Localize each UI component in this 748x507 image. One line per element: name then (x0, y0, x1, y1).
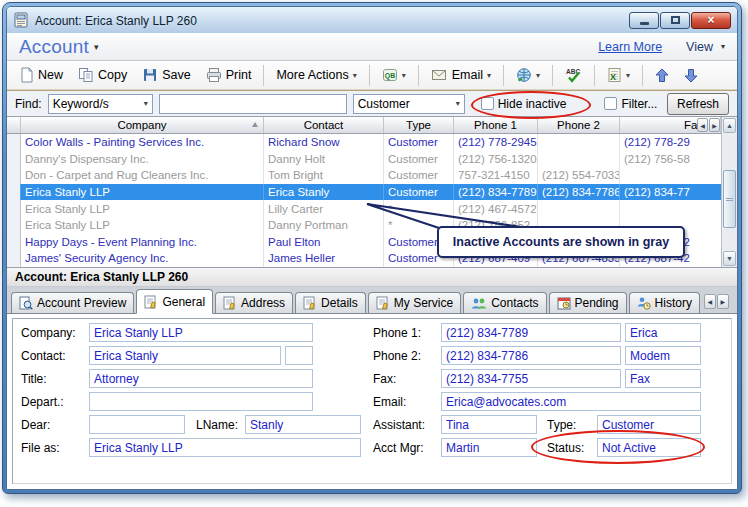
depart-field[interactable] (89, 392, 313, 411)
more-actions-button[interactable]: More Actions ▾ (269, 63, 363, 87)
email-field[interactable] (441, 392, 701, 411)
dear-field[interactable] (89, 415, 185, 434)
new-button[interactable]: New (13, 63, 70, 87)
tab-address[interactable]: Address (215, 292, 293, 313)
hide-inactive-checkbox-group[interactable]: Hide inactive (481, 97, 567, 111)
edit-page-icon (144, 295, 158, 309)
scroll-columns-left-button[interactable]: ◀ (697, 118, 708, 132)
find-field-combo[interactable]: Keyword/s ▾ (48, 94, 153, 114)
title-field[interactable] (89, 369, 313, 388)
save-button[interactable]: Save (135, 63, 198, 87)
scroll-down-button[interactable]: ▼ (723, 251, 736, 266)
phone2-field[interactable] (441, 346, 621, 365)
hide-inactive-checkbox[interactable] (481, 97, 494, 110)
status-field[interactable] (597, 438, 701, 457)
contact-extra-field[interactable] (285, 346, 313, 365)
tab-my-service[interactable]: My Service (368, 292, 461, 313)
inactive-callout-text: Inactive Accounts are shown in gray (453, 235, 669, 249)
find-field-value: Keyword/s (53, 97, 109, 111)
app-icon (13, 12, 29, 28)
assistant-field[interactable] (441, 415, 537, 434)
lname-field[interactable] (245, 415, 361, 434)
tab-history[interactable]: History (629, 292, 700, 313)
column-header-contact[interactable]: Contact (264, 117, 384, 133)
acct-mgr-field[interactable] (441, 438, 537, 457)
filter-checkbox[interactable] (604, 97, 617, 110)
table-row[interactable]: Erica Stanly LLP Lilly Carter * (212) 46… (7, 200, 737, 217)
search-input[interactable] (159, 94, 347, 114)
tab-account-preview[interactable]: Account Preview (11, 292, 134, 313)
status-label: Status: (547, 441, 584, 455)
learn-more-link[interactable]: Learn More (598, 40, 662, 54)
tab-strip: Account Preview General Address Details … (7, 287, 737, 314)
print-button[interactable]: Print (199, 63, 259, 87)
chevron-down-icon[interactable]: ▾ (94, 42, 99, 52)
contact-field[interactable] (89, 346, 281, 365)
tab-general[interactable]: General (136, 289, 213, 314)
view-menu-label: View (686, 40, 713, 54)
scroll-columns-right-button[interactable]: ▶ (709, 118, 720, 132)
phone1-field[interactable] (441, 323, 621, 342)
window-frame: Account: Erica Stanly LLP 260 × Account … (2, 2, 742, 494)
column-scroll-buttons: ◀ ▶ (697, 118, 720, 132)
scroll-tabs-right-button[interactable]: ▶ (717, 294, 729, 309)
phone2-tag-field[interactable] (625, 346, 701, 365)
scrollbar-thumb[interactable] (723, 170, 736, 228)
close-button[interactable]: × (691, 12, 731, 29)
column-header-type[interactable]: Type (384, 117, 454, 133)
copy-button-label: Copy (98, 68, 127, 82)
dear-label: Dear: (21, 418, 50, 432)
table-row-selected[interactable]: Erica Stanly LLP Erica Stanly Customer (… (7, 184, 737, 201)
company-field[interactable] (89, 323, 313, 342)
type-field[interactable] (597, 415, 701, 434)
column-header-phone1[interactable]: Phone 1 (454, 117, 538, 133)
form-area: Company: Contact: Title: Depart.: Dear: … (12, 318, 732, 484)
tab-pending[interactable]: Pending (549, 292, 627, 313)
tab-label: Address (241, 296, 285, 310)
general-tab-panel: Company: Contact: Title: Depart.: Dear: … (7, 314, 737, 489)
phone2-label: Phone 2: (373, 349, 421, 363)
quickbooks-button[interactable]: QB ▾ (375, 63, 413, 87)
copy-button[interactable]: Copy (71, 63, 134, 87)
column-header-company[interactable]: Company (21, 117, 264, 133)
move-up-button[interactable] (648, 63, 676, 87)
phone1-tag-field[interactable] (625, 323, 701, 342)
move-down-button[interactable] (677, 63, 705, 87)
spellcheck-button[interactable]: ABC (558, 63, 589, 87)
table-row[interactable]: Danny's Dispensary Inc. Danny Holt Custo… (7, 151, 737, 168)
view-menu[interactable]: View ▾ (686, 40, 725, 54)
maximize-button[interactable] (660, 12, 690, 29)
title-label: Title: (21, 372, 47, 386)
scrollbar-track[interactable] (722, 134, 737, 250)
quickbooks-icon: QB (382, 67, 398, 83)
web-button[interactable]: ▾ (509, 63, 547, 87)
scroll-tabs-left-button[interactable]: ◀ (704, 294, 716, 309)
file-as-field[interactable] (89, 438, 361, 457)
filter-checkbox-group[interactable]: Filter... (604, 97, 657, 111)
title-bar[interactable]: Account: Erica Stanly LLP 260 × (7, 7, 737, 33)
scroll-up-button[interactable]: ▲ (723, 118, 736, 133)
detail-header: Account: Erica Stanly LLP 260 (7, 267, 737, 287)
vertical-scrollbar[interactable]: ▲ ▼ (721, 117, 737, 267)
email-button[interactable]: Email ▾ (424, 63, 498, 87)
company-label: Company: (21, 326, 76, 340)
page-title[interactable]: Account (19, 36, 89, 58)
tab-contacts[interactable]: Contacts (463, 292, 546, 313)
arrow-down-icon (684, 68, 698, 83)
export-excel-button[interactable]: X ▾ (600, 63, 637, 87)
tab-details[interactable]: Details (295, 292, 366, 313)
find-label: Find: (15, 97, 42, 111)
table-row[interactable]: Color Walls - Painting Services Inc. Ric… (7, 134, 737, 151)
type-filter-combo[interactable]: Customer ▾ (353, 94, 465, 114)
more-actions-label: More Actions (276, 68, 348, 82)
excel-icon: X (607, 67, 622, 83)
fax-field[interactable] (441, 369, 621, 388)
tab-label: General (162, 295, 205, 309)
fax-tag-field[interactable] (625, 369, 701, 388)
refresh-button[interactable]: Refresh (667, 93, 729, 115)
column-header-phone2[interactable]: Phone 2 (538, 117, 620, 133)
copy-icon (78, 67, 94, 83)
table-row[interactable]: Don - Carpet and Rug Cleaners Inc. Tom B… (7, 167, 737, 184)
toolbar-separator (369, 65, 370, 86)
minimize-button[interactable] (629, 12, 659, 29)
